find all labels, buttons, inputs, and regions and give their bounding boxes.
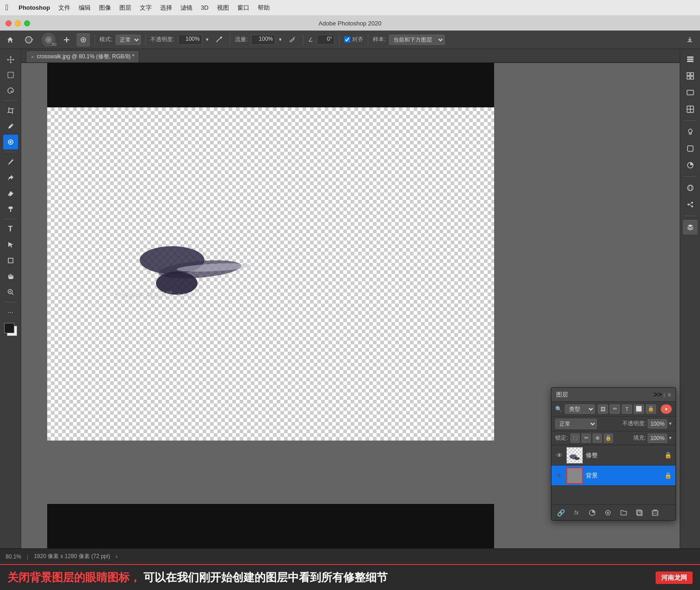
filter-toggle[interactable]: ● [661, 404, 672, 414]
fx-icon[interactable]: fx [571, 507, 582, 518]
canvas-bottom-blackbar [47, 504, 494, 548]
apple-icon[interactable]:  [6, 3, 8, 12]
folder-icon[interactable] [618, 507, 629, 518]
blend-mode-select[interactable]: 正常 [555, 419, 597, 429]
menu-item-select[interactable]: 选择 [160, 4, 172, 12]
mask-icon-bottom[interactable] [602, 507, 613, 518]
menu-item-filter[interactable]: 滤镜 [180, 4, 192, 12]
lasso-tool[interactable] [3, 83, 18, 98]
svg-rect-27 [687, 59, 694, 60]
clone-stamp-tool[interactable] [3, 170, 18, 185]
document-tab[interactable]: × crosswalk.jpg @ 80.1% (修整, RGB/8) * [26, 50, 139, 62]
filter-type-select[interactable]: 类型 [565, 404, 595, 414]
fill-dropdown[interactable]: ▾ [669, 435, 672, 441]
layers-panel-menu-icon[interactable]: ≡ [668, 391, 671, 398]
type-tool[interactable]: T [3, 222, 18, 236]
menu-item-file[interactable]: 文件 [58, 4, 70, 12]
zoom-value: 80.1% [6, 553, 21, 560]
foreground-color[interactable] [4, 323, 14, 333]
fill-value[interactable]: 100% [648, 434, 667, 443]
right-panel-layers-stack-icon[interactable] [683, 220, 698, 235]
color-swatches[interactable] [3, 322, 18, 337]
brush-tool[interactable] [3, 155, 18, 169]
lock-position-icon[interactable]: ✏ [582, 434, 591, 443]
home-button[interactable] [4, 33, 17, 46]
source-button[interactable] [77, 33, 90, 46]
dodge-tool[interactable] [3, 202, 18, 217]
layer-item-xiuzheng[interactable]: 👁 修整 🔒 [551, 445, 675, 466]
opacity-dropdown[interactable]: ▾ [206, 37, 209, 43]
layer-eye-background[interactable]: 👁 [555, 472, 564, 480]
flow-dropdown[interactable]: ▾ [279, 37, 282, 43]
sample-select[interactable]: 当前和下方图层 [389, 35, 445, 45]
right-panel-nodes-icon[interactable] [683, 197, 698, 212]
eyedropper-tool[interactable] [3, 119, 18, 134]
right-panel-effects-icon[interactable] [683, 141, 698, 156]
opacity-dropdown-lp[interactable]: ▾ [669, 421, 672, 427]
canvas-checkerboard [47, 107, 494, 441]
lock-pixels-icon[interactable]: ⬚ [570, 434, 580, 443]
menu-item-view[interactable]: 视图 [217, 4, 229, 12]
right-panel-mask-icon[interactable] [683, 158, 698, 173]
marquee-tool[interactable] [3, 68, 18, 82]
minimize-button[interactable] [15, 20, 21, 26]
menu-item-image[interactable]: 图像 [99, 4, 111, 12]
right-panel-grid2-icon[interactable] [683, 102, 698, 117]
menu-item-window[interactable]: 窗口 [237, 4, 249, 12]
maximize-button[interactable] [24, 20, 30, 26]
close-button[interactable] [6, 20, 12, 26]
menu-item-text[interactable]: 文字 [140, 4, 152, 12]
healing-brush-tool[interactable] [3, 135, 18, 149]
link-icon[interactable]: 🔗 [555, 507, 566, 518]
layers-panel-expand[interactable]: >> | [653, 391, 665, 399]
right-panel-sphere-icon[interactable] [683, 180, 698, 195]
crop-tool[interactable] [3, 103, 18, 118]
opacity-value-lp[interactable]: 100% [648, 419, 667, 429]
flow-value[interactable]: 100% [251, 35, 275, 45]
filter-pixel-icon[interactable]: 🖼 [598, 404, 608, 414]
layer-name-xiuzheng: 修整 [586, 451, 662, 460]
angle-icon: ∠ [308, 37, 313, 43]
layer-eye-xiuzheng[interactable]: 👁 [555, 451, 564, 460]
layer-item-background[interactable]: 👁 背景 🔒 [551, 466, 675, 486]
angle-value[interactable]: 0° [317, 35, 335, 45]
new-layer-icon[interactable] [634, 507, 645, 518]
expand-label: >> [653, 391, 662, 399]
menu-item-help[interactable]: 帮助 [258, 4, 270, 12]
sample-label: 样本: [373, 36, 385, 43]
tab-close-button[interactable]: × [31, 54, 34, 60]
airbrush-icon[interactable] [285, 33, 298, 46]
statusbar-expand[interactable]: › [116, 553, 118, 560]
opacity-value[interactable]: 100% [178, 35, 202, 45]
export-button[interactable] [683, 33, 696, 46]
brush-preview[interactable]: 50 [41, 32, 56, 48]
right-panel-rect-icon[interactable] [683, 85, 698, 100]
eraser-tool[interactable] [3, 186, 18, 201]
lock-all-icon[interactable]: 🔒 [604, 434, 613, 443]
menu-item-3d[interactable]: 3D [201, 4, 209, 11]
hand-tool[interactable] [3, 269, 18, 284]
menu-item-photoshop[interactable]: Photoshop [19, 4, 50, 11]
delete-layer-icon[interactable] [650, 507, 661, 518]
align-checkbox[interactable] [344, 37, 350, 43]
tool-preset-button[interactable]: ▾ [20, 33, 37, 46]
lock-artboard-icon[interactable]: ⊕ [593, 434, 602, 443]
pressure-opacity-icon[interactable] [212, 33, 225, 46]
filter-smartobject-icon[interactable]: 🔒 [646, 404, 656, 414]
extra-tools-button[interactable]: ··· [3, 304, 18, 319]
healing-brush-icon[interactable] [60, 33, 73, 46]
move-tool[interactable] [3, 52, 18, 67]
filter-text-icon[interactable]: T [622, 404, 632, 414]
adjustment-icon[interactable] [587, 507, 598, 518]
menu-item-layer[interactable]: 图层 [119, 4, 131, 12]
menu-item-edit[interactable]: 编辑 [79, 4, 91, 12]
rectangle-shape-tool[interactable] [3, 253, 18, 268]
filter-adjustment-icon[interactable]: ✏ [610, 404, 620, 414]
filter-shape-icon[interactable]: ⬜ [634, 404, 644, 414]
right-panel-layers-icon[interactable] [683, 52, 698, 67]
zoom-tool[interactable] [3, 285, 18, 299]
right-panel-lightbulb-icon[interactable] [683, 124, 698, 139]
right-panel-grid-icon[interactable] [683, 68, 698, 83]
direct-selection-tool[interactable] [3, 237, 18, 252]
mode-select[interactable]: 正常 [116, 35, 141, 45]
